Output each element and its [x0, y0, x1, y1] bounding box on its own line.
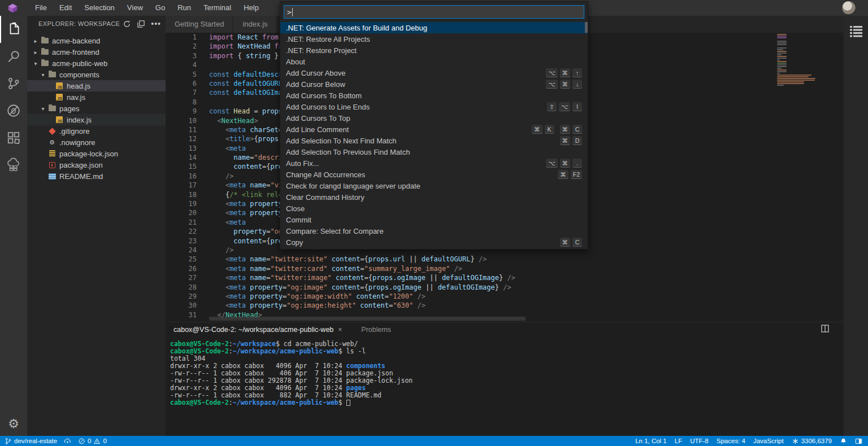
command-input[interactable]: > [284, 5, 584, 19]
command-item-net-restore-project[interactable]: .NET: Restore Project [280, 45, 588, 56]
tab-getting-started[interactable]: Getting Started [166, 16, 233, 33]
line-number: 8 [166, 98, 197, 107]
command-item-add-cursor-below[interactable]: Add Cursor Below⌥⌘↓ [280, 78, 588, 90]
tree-item-package-json[interactable]: package.json [27, 159, 166, 170]
tree-item-nav-js[interactable]: JSnav.js [27, 91, 166, 103]
ports-indicator[interactable]: 3306,6379 [792, 438, 832, 445]
command-palette: > .NET: Generate Assets for Build and De… [280, 1, 588, 250]
command-item-add-selection-to-next-find-match[interactable]: Add Selection To Next Find Match⌘D [280, 135, 588, 146]
keybinding: ⌘C [560, 238, 583, 247]
tree-item-package-lock-json[interactable]: package-lock.json [27, 148, 166, 159]
command-item-check-for-clangd-language-server-update[interactable]: Check for clangd language server update [280, 180, 588, 191]
tree-item-label: package.json [59, 161, 103, 169]
tree-item-nowignore[interactable]: ⚙.nowignore [27, 137, 166, 148]
terminal[interactable]: cabox@VS-Code-2:~/workspace$ cd acme-pub… [166, 337, 844, 406]
terminal-tab-close-icon[interactable]: × [338, 326, 342, 334]
command-item-commit[interactable]: Commit [280, 214, 588, 225]
command-item-add-cursors-to-bottom[interactable]: Add Cursors To Bottom [280, 90, 588, 101]
command-item-net-restore-all-projects[interactable]: .NET: Restore All Projects [280, 33, 588, 45]
key-chip: ⌘ [532, 125, 542, 134]
command-item-add-cursors-to-top[interactable]: Add Cursors To Top [280, 112, 588, 124]
source-control-icon[interactable] [0, 70, 27, 97]
menu-item-selection[interactable]: Selection [78, 0, 120, 16]
line-number: 1 [166, 33, 197, 42]
command-item-add-line-comment[interactable]: Add Line Comment⌘K⌘C [280, 124, 588, 135]
minimap[interactable] [777, 34, 818, 86]
menu-item-run[interactable]: Run [171, 0, 197, 16]
command-item-clear-command-history[interactable]: Clear Command History [280, 191, 588, 203]
palette-scrollbar[interactable] [585, 22, 588, 33]
menu-item-view[interactable]: View [121, 0, 149, 16]
split-panel-icon[interactable] [821, 325, 829, 333]
explorer-sidebar: EXPLORER: WORKSPACE ••• ▸acme-backend▸ac… [27, 16, 166, 436]
tree-item-components[interactable]: ▾components [27, 69, 166, 80]
menu-item-go[interactable]: Go [149, 0, 171, 16]
tree-item-label: acme-frontend [52, 48, 99, 56]
command-label: .NET: Generate Assets for Build and Debu… [286, 24, 582, 32]
command-item-change-all-occurrences[interactable]: Change All Occurrences⌘F2 [280, 169, 588, 180]
more-actions-icon[interactable]: ••• [151, 21, 161, 27]
search-icon[interactable] [0, 43, 27, 70]
notifications-bell[interactable] [840, 438, 847, 445]
remote-icon[interactable] [0, 151, 27, 178]
command-item-net-generate-assets-for-build-and-debug[interactable]: .NET: Generate Assets for Build and Debu… [280, 22, 588, 33]
command-item-compare-select-for-compare[interactable]: Compare: Select for Compare [280, 225, 588, 237]
tree-item-head-js[interactable]: JShead.js [27, 80, 166, 91]
horizontal-scrollbar[interactable] [209, 317, 526, 321]
menu-item-file[interactable]: File [29, 0, 53, 16]
key-chip: I [572, 102, 582, 111]
tree-item-acme-public-web[interactable]: ▾acme-public-web [27, 58, 166, 69]
chevron-icon: ▸ [32, 49, 40, 55]
line-number: 26 [166, 264, 197, 273]
settings-gear-icon[interactable]: ⚙ [8, 417, 19, 431]
indentation-indicator[interactable]: Spaces: 4 [717, 438, 745, 444]
problems-indicator[interactable]: 0 0 [78, 438, 107, 445]
line-number: 11 [166, 125, 197, 134]
tree-item-acme-frontend[interactable]: ▸acme-frontend [27, 46, 166, 58]
menu-item-edit[interactable]: Edit [53, 0, 78, 16]
tree-item-pages[interactable]: ▾pages [27, 103, 166, 114]
debug-icon[interactable] [0, 97, 27, 124]
explorer-header: EXPLORER: WORKSPACE ••• [27, 16, 166, 32]
code-line-30: 30 <meta property="og:image:height" cont… [166, 301, 844, 310]
command-item-add-cursor-above[interactable]: Add Cursor Above⌥⌘↑ [280, 67, 588, 78]
key-chip: K [545, 125, 554, 134]
tree-item-gitignore[interactable]: .gitignore [27, 125, 166, 137]
line-number: 17 [166, 181, 197, 190]
branch-icon [5, 438, 12, 445]
user-avatar[interactable] [841, 1, 856, 15]
command-item-about[interactable]: About [280, 56, 588, 67]
refresh-icon[interactable] [123, 20, 131, 28]
extensions-icon[interactable] [0, 124, 27, 151]
menu-item-help[interactable]: Help [237, 0, 265, 16]
panel-layout-toggle[interactable] [855, 438, 862, 445]
line-number: 23 [166, 237, 197, 246]
command-item-copy[interactable]: Copy⌘C [280, 237, 588, 248]
line-number: 18 [166, 190, 197, 199]
cursor-position[interactable]: Ln 1, Col 1 [635, 438, 667, 444]
warning-count: 0 [103, 438, 106, 444]
outline-list-icon[interactable] [849, 25, 863, 38]
command-item-add-selection-to-previous-find-match[interactable]: Add Selection To Previous Find Match [280, 146, 588, 158]
tab-index-js[interactable]: index.js [233, 16, 277, 33]
problems-tab[interactable]: Problems [361, 326, 391, 334]
eol-indicator[interactable]: LF [675, 438, 682, 444]
panel-tab-bar: cabox@VS-Code-2: ~/workspace/acme-public… [166, 322, 844, 337]
key-chip: F2 [571, 170, 582, 179]
command-item-add-cursors-to-line-ends[interactable]: Add Cursors to Line Ends⇧⌥I [280, 101, 588, 112]
tree-item-acme-backend[interactable]: ▸acme-backend [27, 35, 166, 46]
collapse-folders-icon[interactable] [137, 20, 145, 28]
command-label: Add Cursors To Top [286, 114, 582, 123]
js-file-icon: JS [54, 116, 64, 123]
terminal-tab[interactable]: cabox@VS-Code-2: ~/workspace/acme-public… [170, 326, 345, 334]
tree-item-readme-md[interactable]: README.md [27, 170, 166, 182]
branch-indicator[interactable]: dev/real-estate [5, 438, 57, 445]
command-item-close[interactable]: Close [280, 203, 588, 214]
encoding-indicator[interactable]: UTF-8 [690, 438, 709, 444]
tree-item-index-js[interactable]: JSindex.js [27, 114, 166, 125]
explorer-icon[interactable] [0, 16, 27, 43]
command-item-auto-fix[interactable]: Auto Fix...⌥⌘. [280, 158, 588, 169]
language-indicator[interactable]: JavaScript [753, 438, 784, 444]
menu-item-terminal[interactable]: Terminal [197, 0, 237, 16]
sync-indicator[interactable] [64, 438, 71, 445]
